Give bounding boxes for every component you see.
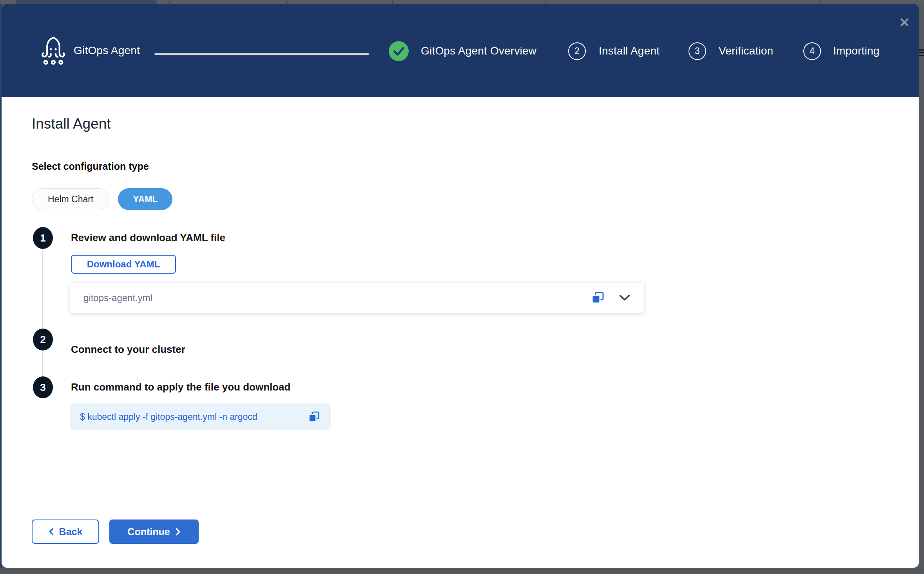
chevron-left-icon [49,528,54,536]
step-number: 3 [40,381,45,394]
wizard-step-2-circle: 2 [568,42,586,60]
chevron-right-icon [176,528,181,536]
step-connector-line [42,250,43,328]
config-option-yaml[interactable]: YAML [118,188,172,210]
wizard-title: GitOps Agent [74,44,140,57]
step-1-badge: 1 [33,227,53,249]
step-connector-line [42,351,43,376]
step-number: 2 [574,46,580,56]
wizard-step-verification[interactable]: Verification [719,45,773,57]
step-2-title: Connect to your cluster [71,343,185,356]
chevron-down-icon[interactable] [619,294,630,301]
gitops-agent-squid-icon [37,35,70,67]
step-1-title: Review and download YAML file [71,232,225,244]
config-type-label: Select configuration type [32,161,149,172]
kubectl-command-block: $ kubectl apply -f gitops-agent.yml -n a… [70,403,331,430]
back-button-label: Back [59,526,83,538]
step-number: 1 [40,232,45,244]
continue-button-label: Continue [127,526,170,538]
step-number: 2 [40,334,45,346]
config-option-helm-chart[interactable]: Helm Chart [32,188,109,210]
step-number: 4 [810,46,815,56]
continue-button[interactable]: Continue [109,520,199,544]
step-number: 3 [695,46,700,56]
tab-separator [545,1,546,4]
tab-separator [392,1,393,4]
step-3-title: Run command to apply the file you downlo… [71,381,290,393]
wizard-step-install-agent[interactable]: Install Agent [599,45,659,57]
download-yaml-button[interactable]: Download YAML [71,255,176,274]
wizard-step-3-circle: 3 [688,42,706,60]
yaml-file-name: gitops-agent.yml [83,292,152,303]
close-icon[interactable]: ✕ [896,14,913,31]
tab-separator [286,1,287,4]
page-title: Install Agent [32,116,111,132]
gitops-agent-wizard-modal: GitOps Agent GitOps Agent Overview 2 Ins… [2,4,919,568]
wizard-header: GitOps Agent GitOps Agent Overview 2 Ins… [2,4,919,97]
yaml-file-accordion[interactable]: gitops-agent.yml [70,282,645,313]
copy-icon[interactable] [591,291,605,305]
tab-separator [819,1,820,4]
copy-icon[interactable] [308,411,321,423]
back-button[interactable]: Back [32,520,99,544]
tab-separator [169,1,170,4]
config-type-toggle: Helm Chart YAML [32,188,172,210]
wizard-step-importing[interactable]: Importing [833,45,880,57]
step-2-badge: 2 [33,329,53,351]
kubectl-command-text: $ kubectl apply -f gitops-agent.yml -n a… [80,412,257,422]
header-divider-line [154,53,369,55]
menu-icon[interactable] [919,49,924,58]
wizard-step-overview[interactable]: GitOps Agent Overview [421,45,536,57]
wizard-footer: Back Continue [32,520,199,544]
wizard-step-4-circle: 4 [803,42,821,60]
step-3-badge: 3 [33,376,53,398]
step-completed-check-icon [389,41,409,61]
